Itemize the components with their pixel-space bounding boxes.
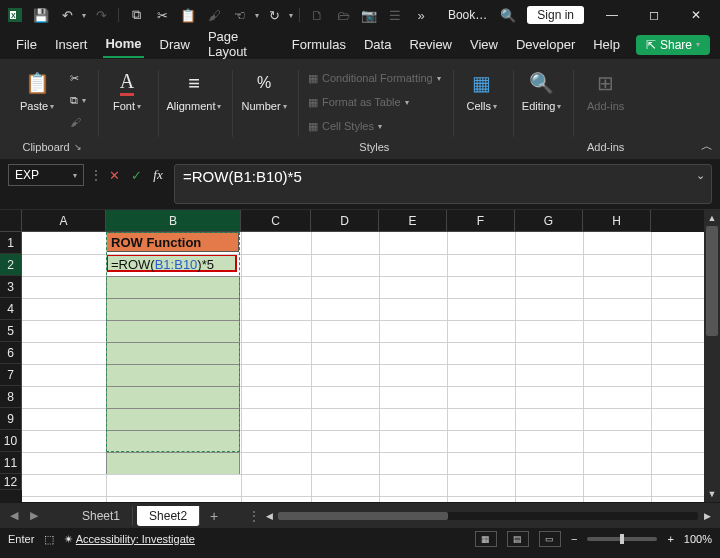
page-layout-view-button[interactable]: ▤	[507, 531, 529, 547]
undo-icon[interactable]: ↶	[56, 4, 78, 26]
paste-button[interactable]: 📋 Paste▾	[14, 64, 60, 112]
font-button[interactable]: A Font▾	[104, 64, 150, 112]
sheet-tab[interactable]: Sheet1	[70, 506, 133, 526]
row-header[interactable]: 6	[0, 342, 22, 364]
cell-green[interactable]	[106, 364, 240, 386]
share-button[interactable]: ⇱Share▾	[636, 35, 710, 55]
zoom-in-button[interactable]: +	[667, 533, 673, 545]
new-file-icon[interactable]: 🗋	[306, 4, 328, 26]
format-as-table-button[interactable]: ▦ Format as Table ▾	[304, 92, 445, 112]
cell-b2-editing[interactable]: =ROW(B1:B10)*5	[106, 254, 237, 272]
paste-qat-icon[interactable]: 📋	[177, 4, 199, 26]
row-header[interactable]: 9	[0, 408, 22, 430]
cell-green[interactable]	[106, 276, 240, 298]
fx-button[interactable]: fx	[148, 164, 168, 186]
tab-home[interactable]: Home	[103, 32, 143, 58]
sign-in-button[interactable]: Sign in	[527, 6, 584, 24]
tab-view[interactable]: View	[468, 33, 500, 57]
enter-formula-button[interactable]: ✓	[126, 164, 146, 186]
cut-icon[interactable]: ✂	[151, 4, 173, 26]
copy-icon[interactable]: ⧉	[125, 4, 147, 26]
row-header[interactable]: 2	[0, 254, 22, 276]
sheet-nav-next[interactable]: ▶	[26, 509, 42, 522]
tab-formulas[interactable]: Formulas	[290, 33, 348, 57]
macro-record-icon[interactable]: ⬚	[44, 533, 54, 546]
col-header[interactable]: H	[583, 210, 651, 232]
addins-button[interactable]: ⊞ Add-ins	[579, 64, 633, 112]
tab-insert[interactable]: Insert	[53, 33, 90, 57]
save-icon[interactable]: 💾	[30, 4, 52, 26]
undo-dropdown-icon[interactable]: ▾	[82, 11, 86, 20]
zoom-level[interactable]: 100%	[684, 533, 712, 545]
form-icon[interactable]: ☰	[384, 4, 406, 26]
row-header[interactable]: 7	[0, 364, 22, 386]
alignment-button[interactable]: ≡ Alignment▾	[164, 64, 224, 112]
tab-help[interactable]: Help	[591, 33, 622, 57]
page-break-view-button[interactable]: ▭	[539, 531, 561, 547]
cut-button[interactable]: ✂	[66, 68, 90, 88]
row-header[interactable]: 4	[0, 298, 22, 320]
touch-dropdown-icon[interactable]: ▾	[255, 11, 259, 20]
scroll-right-icon[interactable]: ▶	[700, 511, 714, 521]
cell-styles-button[interactable]: ▦ Cell Styles ▾	[304, 116, 445, 136]
horizontal-scrollbar[interactable]: ⋮ ◀ ▶	[248, 509, 714, 523]
tab-page-layout[interactable]: Page Layout	[206, 25, 276, 64]
add-sheet-button[interactable]: +	[204, 508, 224, 524]
search-icon[interactable]: 🔍	[497, 8, 519, 23]
tab-review[interactable]: Review	[407, 33, 454, 57]
cell-green[interactable]	[106, 298, 240, 320]
row-header[interactable]: 10	[0, 430, 22, 452]
cell-green[interactable]	[106, 320, 240, 342]
refresh-dropdown-icon[interactable]: ▾	[289, 11, 293, 20]
cancel-formula-button[interactable]: ✕	[104, 164, 124, 186]
copy-button[interactable]: ⧉ ▾	[66, 90, 90, 110]
hscroll-thumb[interactable]	[278, 512, 448, 520]
tab-draw[interactable]: Draw	[158, 33, 192, 57]
refresh-icon[interactable]: ↻	[263, 4, 285, 26]
format-painter-button[interactable]: 🖌	[66, 112, 90, 132]
touch-mode-icon[interactable]: ☜	[229, 4, 251, 26]
select-all-corner[interactable]	[0, 210, 22, 232]
scroll-down-icon[interactable]: ▼	[704, 486, 720, 502]
col-header[interactable]: F	[447, 210, 515, 232]
redo-icon[interactable]: ↷	[90, 4, 112, 26]
vscroll-thumb[interactable]	[706, 226, 718, 336]
scroll-up-icon[interactable]: ▲	[704, 210, 720, 226]
tab-data[interactable]: Data	[362, 33, 393, 57]
cell-green[interactable]	[106, 452, 240, 474]
scroll-left-icon[interactable]: ◀	[262, 511, 276, 521]
row-header[interactable]: 12	[0, 474, 22, 490]
minimize-button[interactable]: ―	[592, 0, 632, 30]
zoom-out-button[interactable]: −	[571, 533, 577, 545]
accessibility-status[interactable]: ✴ Accessibility: Investigate	[64, 533, 195, 546]
excel-app-icon[interactable]: X	[4, 4, 26, 26]
open-file-icon[interactable]: 🗁	[332, 4, 354, 26]
col-header[interactable]: D	[311, 210, 379, 232]
cell-green[interactable]	[106, 342, 240, 364]
row-header[interactable]: 5	[0, 320, 22, 342]
cell-green[interactable]	[106, 430, 240, 452]
col-header[interactable]: A	[22, 210, 106, 232]
tab-developer[interactable]: Developer	[514, 33, 577, 57]
normal-view-button[interactable]: ▦	[475, 531, 497, 547]
editing-button[interactable]: 🔍 Editing▾	[519, 64, 565, 112]
qat-more-icon[interactable]: »	[410, 4, 432, 26]
maximize-button[interactable]: ◻	[634, 0, 674, 30]
row-header[interactable]: 11	[0, 452, 22, 474]
row-header[interactable]: 8	[0, 386, 22, 408]
clipboard-launcher-icon[interactable]: ↘	[74, 142, 82, 152]
col-header[interactable]: C	[241, 210, 311, 232]
row-header[interactable]: 3	[0, 276, 22, 298]
format-painter-icon[interactable]: 🖌	[203, 4, 225, 26]
cells-button[interactable]: ▦ Cells▾	[459, 64, 505, 112]
cell-green[interactable]	[106, 408, 240, 430]
camera-icon[interactable]: 📷	[358, 4, 380, 26]
sheet-nav-prev[interactable]: ◀	[6, 509, 22, 522]
collapse-ribbon-button[interactable]: ︿	[698, 137, 716, 155]
col-header[interactable]: E	[379, 210, 447, 232]
namebox-dropdown-icon[interactable]: ▾	[73, 171, 77, 180]
row-header[interactable]: 1	[0, 232, 22, 254]
tab-file[interactable]: File	[14, 33, 39, 57]
name-box[interactable]: EXP▾	[8, 164, 84, 186]
cell-b1[interactable]: ROW Function	[106, 232, 239, 252]
